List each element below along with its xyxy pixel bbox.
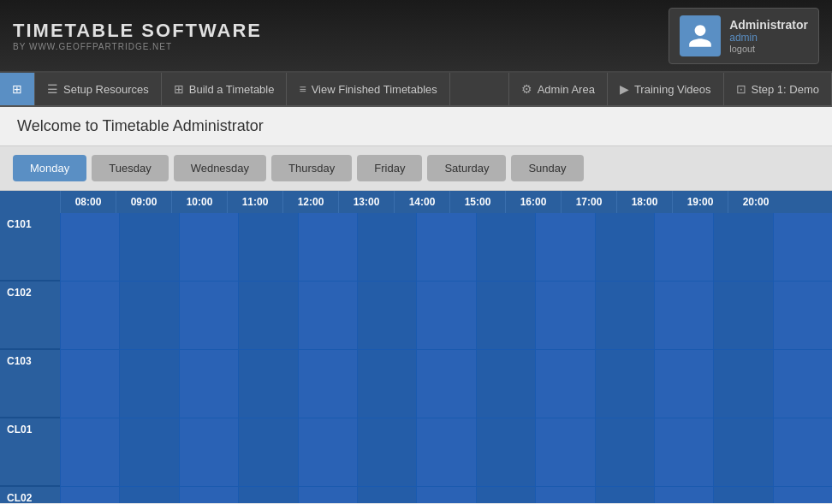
cell[interactable] <box>357 350 416 418</box>
cell[interactable] <box>773 418 832 487</box>
cell[interactable] <box>535 418 594 487</box>
nav-spacer <box>450 73 508 105</box>
cell[interactable] <box>298 282 357 350</box>
cell[interactable] <box>416 487 475 503</box>
header: TIMETABLE SOFTWARE BY WWW.GEOFFPARTRIDGE… <box>0 0 832 73</box>
logout-link[interactable]: logout <box>729 44 808 54</box>
timetable-wrapper[interactable]: 08:00 09:00 10:00 11:00 12:00 13:00 14:0… <box>0 191 832 503</box>
user-info: Administrator admin logout <box>729 18 808 54</box>
nav-training-videos[interactable]: ▶ Training Videos <box>608 73 724 105</box>
cell[interactable] <box>238 418 297 487</box>
cell[interactable] <box>713 418 772 487</box>
cell[interactable] <box>298 487 357 503</box>
cell[interactable] <box>595 487 654 503</box>
cell[interactable] <box>713 350 772 418</box>
cell[interactable] <box>60 213 119 282</box>
cell[interactable] <box>119 282 178 350</box>
cell[interactable] <box>476 213 535 282</box>
build-icon: ⊞ <box>174 82 184 96</box>
cell[interactable] <box>476 418 535 487</box>
cell[interactable] <box>119 418 178 487</box>
cell[interactable] <box>298 418 357 487</box>
row-cl02: CL02 <box>0 487 832 503</box>
logo: TIMETABLE SOFTWARE BY WWW.GEOFFPARTRIDGE… <box>13 20 262 51</box>
cell[interactable] <box>535 350 594 418</box>
cell[interactable] <box>416 418 475 487</box>
cell[interactable] <box>357 418 416 487</box>
cell[interactable] <box>416 282 475 350</box>
cell[interactable] <box>179 213 238 282</box>
cell[interactable] <box>119 350 178 418</box>
cell[interactable] <box>60 418 119 487</box>
gear-icon: ⚙ <box>521 82 532 96</box>
cell[interactable] <box>179 350 238 418</box>
nav-home[interactable]: ⊞ <box>0 73 35 105</box>
cell[interactable] <box>535 282 594 350</box>
day-thursday[interactable]: Thursday <box>271 155 352 181</box>
nav-admin-area[interactable]: ⚙ Admin Area <box>509 73 608 105</box>
cell[interactable] <box>238 213 297 282</box>
cell[interactable] <box>416 213 475 282</box>
day-sunday[interactable]: Sunday <box>511 155 583 181</box>
cell[interactable] <box>595 282 654 350</box>
app-subtitle: BY WWW.GEOFFPARTRIDGE.NET <box>13 42 262 51</box>
cell[interactable] <box>60 350 119 418</box>
day-friday[interactable]: Friday <box>357 155 422 181</box>
nav-setup-resources[interactable]: ☰ Setup Resources <box>35 73 162 105</box>
cell[interactable] <box>357 282 416 350</box>
cell[interactable] <box>119 487 178 503</box>
cell[interactable] <box>535 487 594 503</box>
cell[interactable] <box>654 350 713 418</box>
nav-view-timetables[interactable]: ≡ View Finished Timetables <box>287 73 449 105</box>
cell[interactable] <box>238 282 297 350</box>
nav-build-timetable[interactable]: ⊞ Build a Timetable <box>162 73 288 105</box>
admin-link[interactable]: admin <box>729 32 808 44</box>
cell[interactable] <box>357 487 416 503</box>
cell[interactable] <box>773 350 832 418</box>
cell[interactable] <box>238 350 297 418</box>
day-monday[interactable]: Monday <box>13 155 86 181</box>
room-label-cl02: CL02 <box>0 487 60 503</box>
cell[interactable] <box>773 487 832 503</box>
cell[interactable] <box>476 350 535 418</box>
cell[interactable] <box>60 487 119 503</box>
demo-icon: ⊡ <box>736 82 746 96</box>
cell[interactable] <box>595 418 654 487</box>
time-15: 15:00 <box>449 191 505 213</box>
setup-icon: ☰ <box>47 82 58 96</box>
cell[interactable] <box>238 487 297 503</box>
day-tuesday[interactable]: Tuesday <box>92 155 168 181</box>
cell[interactable] <box>595 213 654 282</box>
cell[interactable] <box>654 418 713 487</box>
time-19: 19:00 <box>672 191 728 213</box>
user-icon <box>686 22 714 50</box>
cell[interactable] <box>357 213 416 282</box>
day-wednesday[interactable]: Wednesday <box>174 155 266 181</box>
cell[interactable] <box>476 487 535 503</box>
cell[interactable] <box>179 418 238 487</box>
nav-step1-demo[interactable]: ⊡ Step 1: Demo <box>724 73 833 105</box>
day-saturday[interactable]: Saturday <box>427 155 506 181</box>
cell[interactable] <box>654 213 713 282</box>
cell[interactable] <box>713 213 772 282</box>
cell[interactable] <box>298 350 357 418</box>
cell[interactable] <box>179 487 238 503</box>
cell[interactable] <box>773 213 832 282</box>
time-11: 11:00 <box>227 191 282 213</box>
cell[interactable] <box>416 350 475 418</box>
nav-bar: ⊞ ☰ Setup Resources ⊞ Build a Timetable … <box>0 73 832 107</box>
cells-cl01 <box>60 418 832 486</box>
cell[interactable] <box>179 282 238 350</box>
cell[interactable] <box>535 213 594 282</box>
cell[interactable] <box>713 487 772 503</box>
cell[interactable] <box>654 282 713 350</box>
cell[interactable] <box>298 213 357 282</box>
app-title: TIMETABLE SOFTWARE <box>13 20 262 42</box>
cell[interactable] <box>773 282 832 350</box>
cell[interactable] <box>654 487 713 503</box>
cell[interactable] <box>60 282 119 350</box>
cell[interactable] <box>595 350 654 418</box>
cell[interactable] <box>713 282 772 350</box>
cell[interactable] <box>119 213 178 282</box>
cell[interactable] <box>476 282 535 350</box>
